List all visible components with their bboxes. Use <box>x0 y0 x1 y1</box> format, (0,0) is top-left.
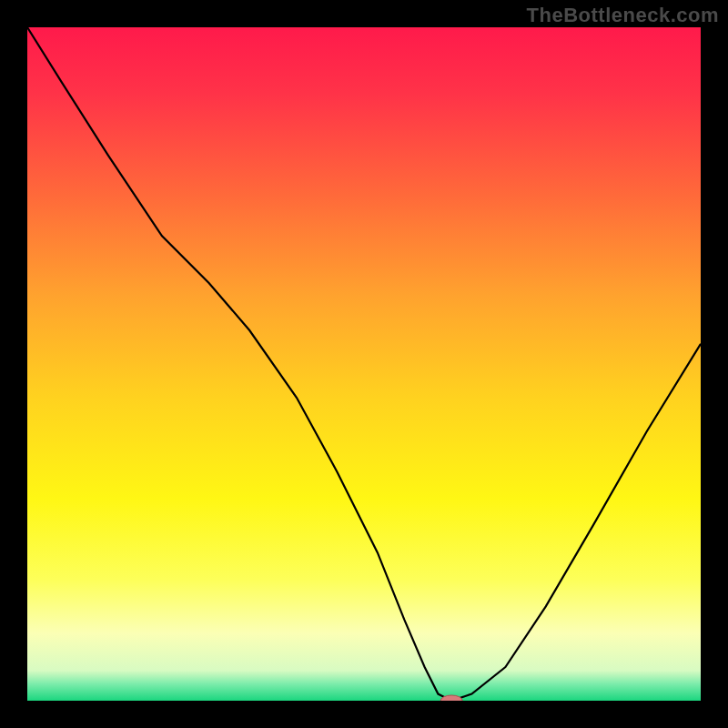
watermark-text: TheBottleneck.com <box>527 4 719 27</box>
chart-svg <box>27 27 701 701</box>
gradient-background <box>27 27 701 701</box>
plot-area <box>27 27 701 701</box>
chart-frame: TheBottleneck.com <box>0 0 728 728</box>
